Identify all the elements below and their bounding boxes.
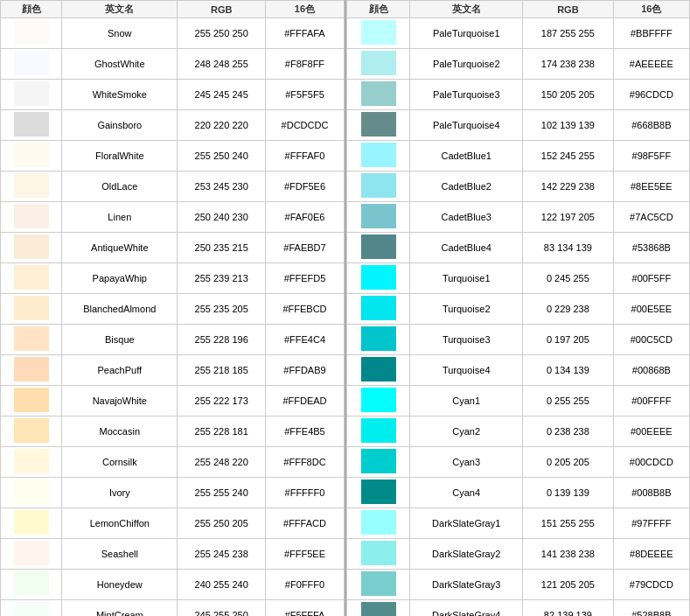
color-rgb: 255 250 240 <box>178 141 266 172</box>
color-swatch-cell <box>347 600 410 617</box>
color-hex: #FFF5EE <box>265 539 344 570</box>
color-swatch-cell <box>347 416 410 447</box>
color-name: Turquoise1 <box>410 263 523 294</box>
color-hex: #F5FFFA <box>265 600 344 617</box>
table-row: BlanchedAlmond 255 235 205 #FFEBCD <box>1 294 345 325</box>
color-rgb: 122 197 205 <box>523 202 614 233</box>
color-name: FloralWhite <box>62 141 178 172</box>
color-name: AntiqueWhite <box>62 233 178 263</box>
color-name: Cyan2 <box>410 416 523 447</box>
color-hex: #FFFACD <box>265 508 344 539</box>
right-header-name: 英文名 <box>410 1 523 18</box>
color-hex: #FFFFF0 <box>265 478 344 508</box>
color-swatch <box>361 112 396 136</box>
color-rgb: 102 139 139 <box>523 110 614 141</box>
color-swatch <box>14 388 49 412</box>
color-rgb: 248 248 255 <box>178 49 266 80</box>
color-name: DarkSlateGray3 <box>410 570 523 600</box>
color-swatch <box>361 541 396 565</box>
color-swatch-cell <box>1 478 62 508</box>
color-rgb: 253 245 230 <box>178 172 266 202</box>
color-swatch <box>14 20 49 45</box>
table-row: CadetBlue2 142 229 238 #8EE5EE <box>347 172 690 202</box>
color-name: Bisque <box>62 325 178 355</box>
table-row: LemonChiffon 255 250 205 #FFFACD <box>1 508 345 539</box>
color-hex: #00C5CD <box>613 325 689 355</box>
color-hex: #FDF5E6 <box>265 172 344 202</box>
color-rgb: 152 245 255 <box>523 141 614 172</box>
color-name: CadetBlue3 <box>410 202 523 233</box>
color-hex: #BBFFFF <box>613 18 689 49</box>
table-row: Seashell 255 245 238 #FFF5EE <box>1 539 345 570</box>
color-swatch <box>14 296 49 320</box>
color-swatch <box>361 265 396 290</box>
table-row: FloralWhite 255 250 240 #FFFAF0 <box>1 141 345 172</box>
color-swatch <box>361 388 396 412</box>
color-rgb: 245 255 250 <box>178 600 266 617</box>
color-rgb: 0 139 139 <box>523 478 614 508</box>
table-row: Gainsboro 220 220 220 #DCDCDC <box>1 110 345 141</box>
table-row: OldLace 253 245 230 #FDF5E6 <box>1 172 345 202</box>
table-row: CadetBlue3 122 197 205 #7AC5CD <box>347 202 690 233</box>
color-hex: #79CDCD <box>613 570 689 600</box>
color-rgb: 255 248 220 <box>178 447 266 478</box>
color-swatch <box>361 357 396 382</box>
color-rgb: 141 238 238 <box>523 539 614 570</box>
color-swatch-cell <box>347 570 410 600</box>
color-name: LemonChiffon <box>62 508 178 539</box>
color-hex: #FFE4B5 <box>265 416 344 447</box>
color-rgb: 255 239 213 <box>178 263 266 294</box>
color-rgb: 255 235 205 <box>178 294 266 325</box>
color-hex: #FFE4C4 <box>265 325 344 355</box>
color-swatch <box>361 602 396 616</box>
color-swatch <box>14 449 49 473</box>
color-name: GhostWhite <box>62 49 178 80</box>
color-name: Moccasin <box>62 416 178 447</box>
color-rgb: 240 255 240 <box>178 570 266 600</box>
color-name: CadetBlue4 <box>410 233 523 263</box>
color-swatch <box>14 112 49 136</box>
color-name: Cornsilk <box>62 447 178 478</box>
color-rgb: 83 134 139 <box>523 233 614 263</box>
color-name: Honeydew <box>62 570 178 600</box>
color-swatch <box>361 204 396 228</box>
color-rgb: 245 245 245 <box>178 80 266 110</box>
table-row: DarkSlateGray1 151 255 255 #97FFFF <box>347 508 690 539</box>
color-name: DarkSlateGray4 <box>410 600 523 617</box>
color-name: OldLace <box>62 172 178 202</box>
color-swatch <box>14 510 49 535</box>
color-hex: #FAEBD7 <box>265 233 344 263</box>
color-name: Turquoise4 <box>410 355 523 386</box>
color-swatch <box>361 326 396 351</box>
color-swatch <box>361 234 396 259</box>
color-name: Linen <box>62 202 178 233</box>
color-name: NavajoWhite <box>62 386 178 416</box>
color-hex: #F0FFF0 <box>265 570 344 600</box>
color-swatch <box>361 510 396 535</box>
color-name: Turquoise2 <box>410 294 523 325</box>
color-swatch <box>14 571 49 596</box>
color-rgb: 255 228 181 <box>178 416 266 447</box>
color-swatch-cell <box>347 233 410 263</box>
color-swatch <box>14 81 49 106</box>
table-row: Cyan4 0 139 139 #008B8B <box>347 478 690 508</box>
table-row: Linen 250 240 230 #FAF0E6 <box>1 202 345 233</box>
color-hex: #FAF0E6 <box>265 202 344 233</box>
color-swatch <box>361 20 396 45</box>
color-name: PaleTurquoise1 <box>410 18 523 49</box>
color-rgb: 255 228 196 <box>178 325 266 355</box>
color-rgb: 0 245 255 <box>523 263 614 294</box>
color-rgb: 255 255 240 <box>178 478 266 508</box>
color-rgb: 0 229 238 <box>523 294 614 325</box>
color-swatch-cell <box>1 141 62 172</box>
left-header-hex: 16色 <box>265 1 344 18</box>
color-rgb: 255 218 185 <box>178 355 266 386</box>
color-rgb: 0 134 139 <box>523 355 614 386</box>
color-rgb: 151 255 255 <box>523 508 614 539</box>
color-hex: #00EEEE <box>613 416 689 447</box>
color-swatch <box>361 173 396 198</box>
table-row: Cyan3 0 205 205 #00CDCD <box>347 447 690 478</box>
color-swatch <box>14 480 49 504</box>
color-swatch-cell <box>1 325 62 355</box>
table-row: Turquoise4 0 134 139 #00868B <box>347 355 690 386</box>
